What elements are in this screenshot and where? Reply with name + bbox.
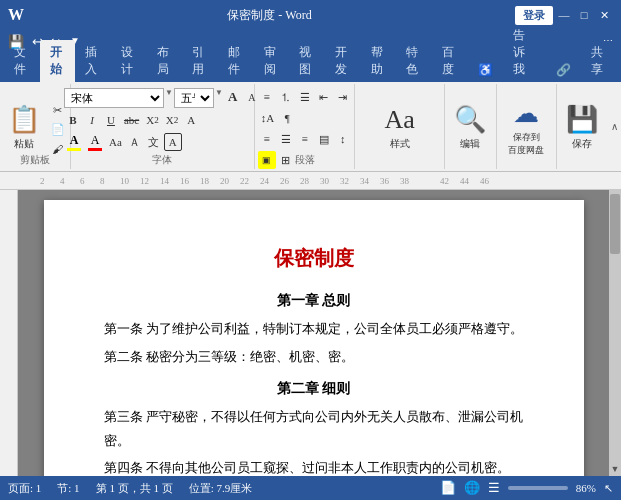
- font-color-btn[interactable]: A: [64, 132, 84, 152]
- tab-share-icon[interactable]: 🔗: [546, 59, 581, 82]
- login-button[interactable]: 登录: [515, 6, 553, 25]
- view-web-btn[interactable]: 🌐: [464, 480, 480, 496]
- maximize-button[interactable]: □: [575, 6, 593, 24]
- zoom-slider[interactable]: [508, 486, 568, 490]
- font-name-arrow[interactable]: ▼: [165, 88, 173, 108]
- ruler-num: 22: [240, 176, 249, 186]
- ruler-num: 36: [380, 176, 389, 186]
- view-print-btn[interactable]: 📄: [440, 480, 456, 496]
- chapter1-heading: 第一章 总则: [104, 288, 524, 313]
- increase-indent-btn[interactable]: ⇥: [334, 88, 352, 106]
- styles-btn[interactable]: Aa 样式: [370, 97, 430, 159]
- scrollbar-thumb[interactable]: [610, 194, 620, 254]
- justify-btn[interactable]: ▤: [315, 130, 333, 148]
- strikethrough-button[interactable]: abc: [121, 111, 142, 129]
- tab-design[interactable]: 设计: [111, 40, 147, 82]
- font-size-select[interactable]: 五号: [174, 88, 214, 108]
- tab-layout[interactable]: 布局: [147, 40, 183, 82]
- ruler-num: 32: [340, 176, 349, 186]
- position-status: 位置: 7.9厘米: [189, 481, 253, 496]
- italic-button[interactable]: I: [83, 111, 101, 129]
- tab-references[interactable]: 引用: [182, 40, 218, 82]
- show-marks-btn[interactable]: ¶: [278, 109, 296, 127]
- clear-format-button[interactable]: A: [182, 111, 200, 129]
- phonetic-btn[interactable]: 文: [145, 133, 163, 151]
- multilevel-btn[interactable]: ☰: [296, 88, 314, 106]
- font-name-select[interactable]: 宋体: [64, 88, 164, 108]
- vertical-scrollbar[interactable]: ▼: [609, 190, 621, 476]
- ruler-num: 28: [300, 176, 309, 186]
- ruler-num: 30: [320, 176, 329, 186]
- ruler-num: 26: [280, 176, 289, 186]
- line-spacing-btn[interactable]: ↕: [334, 130, 352, 148]
- ribbon-collapse-btn[interactable]: ∧: [607, 84, 621, 169]
- cloud-icon: ☁: [513, 98, 539, 129]
- bold-button[interactable]: B: [64, 111, 82, 129]
- close-button[interactable]: ✕: [595, 6, 613, 24]
- tab-accessibility[interactable]: ♿: [468, 59, 503, 82]
- editing-btn[interactable]: 🔍 编辑: [448, 97, 492, 159]
- section-status: 节: 1: [57, 481, 79, 496]
- ruler-num: 4: [60, 176, 65, 186]
- ruler-num: 6: [80, 176, 85, 186]
- tab-dev[interactable]: 开发: [325, 40, 361, 82]
- ruler-num: 34: [360, 176, 369, 186]
- ribbon-content: 📋 粘贴 ✂ 📄 🖌 剪贴板 宋体 ▼ 五号 ▼: [0, 82, 621, 172]
- title-bar-center: 保密制度 - Word: [24, 7, 515, 24]
- font-highlight-btn[interactable]: A: [85, 132, 105, 152]
- font-size-arrow[interactable]: ▼: [215, 88, 223, 108]
- bullets-btn[interactable]: ≡: [258, 88, 276, 106]
- decrease-indent-btn[interactable]: ⇤: [315, 88, 333, 106]
- page-status: 页面: 1: [8, 481, 41, 496]
- save-cloud-btn[interactable]: ☁ 保存到 百度网盘: [499, 97, 553, 159]
- align-right-btn[interactable]: ≡: [296, 130, 314, 148]
- cursor-icon: ↖: [604, 482, 613, 495]
- scroll-arrow-down[interactable]: ▼: [611, 464, 620, 474]
- shading-btn[interactable]: ▣: [258, 151, 276, 169]
- ribbon-tabs: 文件 开始 插入 设计 布局 引用 邮件 审阅 视图 开发 帮助 特色 百度 ♿…: [0, 52, 621, 82]
- sort-btn[interactable]: ↕A: [258, 109, 277, 127]
- page-of-status: 第 1 页，共 1 页: [96, 481, 173, 496]
- ribbon-group-save: 💾 保存: [557, 84, 607, 169]
- border-char-btn[interactable]: A: [164, 133, 182, 151]
- zoom-level[interactable]: 86%: [576, 482, 596, 494]
- tab-share[interactable]: 共享: [581, 40, 617, 82]
- tab-tell-me[interactable]: 告诉我: [503, 23, 547, 82]
- view-outline-btn[interactable]: ☰: [488, 480, 500, 496]
- ruler-num: 8: [100, 176, 105, 186]
- superscript-button[interactable]: X2: [163, 111, 182, 129]
- numbering-btn[interactable]: ⒈: [277, 88, 295, 106]
- align-left-btn[interactable]: ≡: [258, 130, 276, 148]
- ruler-num: 42: [440, 176, 449, 186]
- paste-button[interactable]: 📋 粘贴: [2, 97, 46, 159]
- tab-review[interactable]: 审阅: [254, 40, 290, 82]
- vertical-ruler: [0, 190, 18, 476]
- status-bar: 页面: 1 节: 1 第 1 页，共 1 页 位置: 7.9厘米 📄 🌐 ☰ 8…: [0, 476, 621, 500]
- title-bar-left: W: [8, 6, 24, 24]
- font-highlight-color: [67, 148, 81, 151]
- tab-insert[interactable]: 插入: [75, 40, 111, 82]
- tab-file[interactable]: 文件: [4, 40, 40, 82]
- status-left: 页面: 1 节: 1 第 1 页，共 1 页 位置: 7.9厘米: [8, 481, 252, 496]
- chapter2-heading: 第二章 细则: [104, 376, 524, 401]
- save-btn[interactable]: 💾 保存: [560, 97, 604, 159]
- ribbon-group-paragraph: ≡ ⒈ ☰ ⇤ ⇥ ↕A ¶ ≡ ☰ ≡ ▤ ↕ ▣ ⊞ 段落: [255, 84, 355, 169]
- font-label: 字体: [152, 153, 172, 167]
- borders-btn[interactable]: ⊞: [277, 151, 295, 169]
- tab-mailings[interactable]: 邮件: [218, 40, 254, 82]
- tab-help[interactable]: 帮助: [361, 40, 397, 82]
- minimize-button[interactable]: —: [555, 6, 573, 24]
- font-color-indicator: [88, 148, 102, 151]
- font-grow-btn[interactable]: A: [224, 88, 242, 106]
- document-area[interactable]: 保密制度 第一章 总则 第一条 为了维护公司利益，特制订本规定，公司全体员工必须…: [18, 190, 609, 476]
- title-bar-right: 登录 — □ ✕: [515, 6, 613, 25]
- tab-view[interactable]: 视图: [289, 40, 325, 82]
- underline-button[interactable]: U: [102, 111, 120, 129]
- char-spacing-btn[interactable]: Ａ: [126, 133, 144, 151]
- tab-home[interactable]: 开始: [40, 40, 76, 82]
- tab-baidu[interactable]: 百度: [432, 40, 468, 82]
- aa-button[interactable]: Aa: [106, 133, 125, 151]
- align-center-btn[interactable]: ☰: [277, 130, 295, 148]
- tab-special[interactable]: 特色: [396, 40, 432, 82]
- subscript-button[interactable]: X2: [143, 111, 162, 129]
